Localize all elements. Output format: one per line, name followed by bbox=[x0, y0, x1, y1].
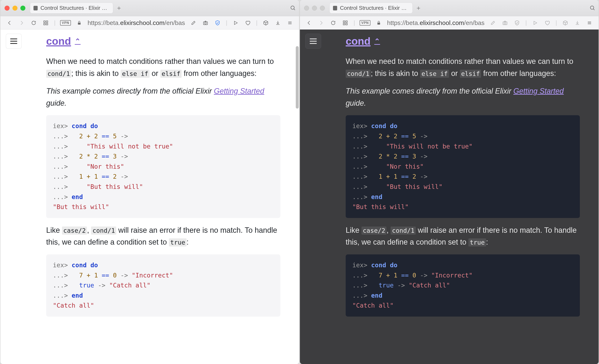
heart-icon[interactable] bbox=[244, 19, 251, 27]
download-icon[interactable] bbox=[574, 19, 581, 27]
section-heading-cond[interactable]: cond ⌃ bbox=[346, 33, 380, 50]
minimize-window-button[interactable] bbox=[312, 6, 317, 11]
svg-rect-6 bbox=[78, 23, 81, 25]
download-icon[interactable] bbox=[274, 19, 282, 27]
chevron-up-icon: ⌃ bbox=[75, 36, 80, 47]
chevron-up-icon: ⌃ bbox=[374, 36, 380, 47]
shield-check-icon[interactable] bbox=[214, 19, 221, 27]
window-controls bbox=[3, 6, 28, 11]
code-cond1: cond/1 bbox=[346, 70, 371, 78]
search-tabs-icon[interactable] bbox=[290, 5, 297, 12]
browser-tab[interactable]: Control Structures · Elixir School bbox=[329, 2, 413, 14]
forward-button[interactable] bbox=[317, 19, 325, 27]
toolbar: | VPN https://beta.elixirschool.com/en/b… bbox=[300, 16, 599, 29]
code-cond1: cond/1 bbox=[46, 70, 71, 78]
close-window-button[interactable] bbox=[5, 6, 9, 11]
play-icon[interactable] bbox=[531, 19, 539, 27]
svg-rect-4 bbox=[44, 23, 45, 25]
search-tabs-icon[interactable] bbox=[589, 5, 596, 12]
edit-icon[interactable] bbox=[190, 19, 197, 27]
url-path: /en/basics bbox=[464, 19, 484, 26]
credit-paragraph: This example comes directly from the off… bbox=[46, 85, 280, 109]
url-prefix: https://beta. bbox=[88, 19, 120, 26]
svg-point-13 bbox=[590, 6, 594, 9]
svg-point-21 bbox=[504, 22, 506, 24]
lock-icon bbox=[76, 19, 83, 27]
window-controls bbox=[302, 6, 327, 11]
reload-button[interactable] bbox=[30, 19, 37, 27]
reload-button[interactable] bbox=[329, 19, 337, 27]
tab-favicon bbox=[34, 6, 38, 10]
code-case2: case/2 bbox=[62, 227, 87, 235]
code-block-2: iex> cond do ...> 7 + 1 == 0 -> "Incorre… bbox=[346, 254, 580, 317]
sidebar-toggle-button[interactable] bbox=[6, 34, 22, 49]
minimize-window-button[interactable] bbox=[12, 6, 18, 11]
tab-bar: Control Structures · Elixir School ＋ bbox=[300, 0, 599, 16]
toolbar: | VPN https://beta.elixirschool.com/en/b… bbox=[0, 16, 299, 29]
address-bar[interactable]: https://beta.elixirschool.com/en/basics/ bbox=[88, 19, 185, 27]
tiles-icon[interactable] bbox=[42, 19, 50, 27]
svg-rect-5 bbox=[46, 23, 48, 25]
heart-icon[interactable] bbox=[544, 19, 551, 27]
browser-window-light: Control Structures · Elixir School ＋ | V… bbox=[0, 0, 299, 364]
svg-rect-3 bbox=[46, 21, 48, 22]
getting-started-link[interactable]: Getting Started bbox=[214, 87, 264, 95]
code-true: true bbox=[468, 238, 486, 247]
camera-icon[interactable] bbox=[501, 19, 509, 27]
code-block-1: iex> cond do ...> 2 + 2 == 5 -> ...> "Th… bbox=[346, 115, 580, 218]
intro-paragraph: When we need to match conditions rather … bbox=[346, 55, 580, 79]
forward-button[interactable] bbox=[18, 19, 25, 27]
svg-rect-19 bbox=[378, 23, 380, 25]
svg-rect-2 bbox=[44, 21, 45, 22]
svg-rect-16 bbox=[346, 21, 347, 22]
code-elsif: elsif bbox=[160, 70, 182, 78]
tab-title: Control Structures · Elixir School bbox=[340, 5, 409, 11]
maximize-window-button[interactable] bbox=[20, 6, 25, 11]
cube-icon[interactable] bbox=[262, 19, 270, 27]
camera-icon[interactable] bbox=[202, 19, 209, 27]
new-tab-button[interactable]: ＋ bbox=[115, 4, 123, 12]
page-content: cond ⌃ When we need to match conditions … bbox=[0, 29, 299, 364]
section-heading-cond[interactable]: cond ⌃ bbox=[46, 33, 80, 50]
code-true: true bbox=[169, 238, 186, 247]
sidebar-toggle-button[interactable] bbox=[305, 34, 321, 49]
back-button[interactable] bbox=[6, 19, 13, 27]
followup-paragraph: Like case/2, cond/1 will raise an error … bbox=[346, 224, 580, 248]
edit-icon[interactable] bbox=[489, 19, 497, 27]
code-cond1b: cond/1 bbox=[391, 227, 415, 235]
getting-started-link[interactable]: Getting Started bbox=[513, 87, 564, 95]
vpn-badge[interactable]: VPN bbox=[60, 20, 71, 26]
lock-icon bbox=[375, 19, 382, 27]
svg-line-1 bbox=[294, 9, 295, 10]
shield-check-icon[interactable] bbox=[513, 19, 521, 27]
scrollbar-thumb[interactable] bbox=[296, 46, 299, 109]
close-window-button[interactable] bbox=[304, 6, 309, 11]
svg-point-0 bbox=[291, 6, 294, 9]
address-bar[interactable]: https://beta.elixirschool.com/en/basics bbox=[387, 19, 484, 27]
back-button[interactable] bbox=[305, 19, 313, 27]
menu-icon[interactable] bbox=[286, 19, 294, 27]
tiles-icon[interactable] bbox=[342, 19, 349, 27]
followup-paragraph: Like case/2, cond/1 will raise an error … bbox=[46, 224, 280, 248]
new-tab-button[interactable]: ＋ bbox=[415, 4, 422, 12]
browser-tab[interactable]: Control Structures · Elixir School bbox=[30, 2, 113, 14]
url-path: /en/basics/ bbox=[165, 19, 185, 26]
code-elseif: else if bbox=[121, 70, 149, 78]
code-block-2: iex> cond do ...> 7 + 1 == 0 -> "Incorre… bbox=[46, 254, 280, 317]
tab-favicon bbox=[333, 6, 337, 10]
browser-window-dark: Control Structures · Elixir School ＋ | V… bbox=[300, 0, 599, 364]
svg-line-14 bbox=[593, 9, 595, 10]
maximize-window-button[interactable] bbox=[320, 6, 325, 11]
cube-icon[interactable] bbox=[562, 19, 569, 27]
svg-rect-15 bbox=[343, 21, 345, 22]
svg-marker-22 bbox=[534, 21, 537, 25]
menu-icon[interactable] bbox=[586, 19, 593, 27]
url-host: elixirschool.com bbox=[420, 19, 464, 26]
play-icon[interactable] bbox=[232, 19, 239, 27]
tab-bar: Control Structures · Elixir School ＋ bbox=[0, 0, 299, 16]
intro-paragraph: When we need to match conditions rather … bbox=[46, 55, 280, 79]
vpn-badge[interactable]: VPN bbox=[360, 20, 370, 26]
page-content: cond ⌃ When we need to match conditions … bbox=[300, 29, 599, 364]
credit-paragraph: This example comes directly from the off… bbox=[346, 85, 580, 109]
svg-marker-9 bbox=[234, 21, 237, 25]
